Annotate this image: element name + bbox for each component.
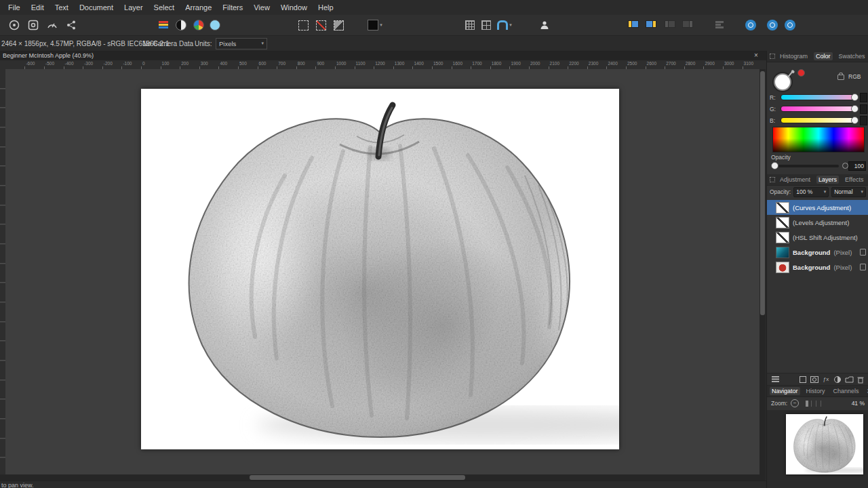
- layer-row[interactable]: (Levels Adjustment): [767, 215, 868, 230]
- channel-value-box[interactable]: [860, 104, 867, 114]
- add-mask-icon[interactable]: [810, 375, 819, 384]
- layer-thumbnail[interactable]: [776, 232, 789, 243]
- channel-slider[interactable]: [781, 117, 857, 123]
- layer-thumbnail[interactable]: [776, 262, 789, 273]
- tab-32p[interactable]: 32P: [865, 387, 868, 395]
- tab-adjustment[interactable]: Adjustment: [778, 176, 812, 184]
- tab-histogram[interactable]: Histogram: [778, 52, 810, 60]
- fill-swatch[interactable]: ▾: [365, 18, 385, 33]
- zoom-slider[interactable]: [802, 401, 821, 407]
- menu-file[interactable]: File: [3, 1, 26, 14]
- layer-row[interactable]: Background(Pixel): [767, 260, 868, 274]
- document-canvas[interactable]: [141, 89, 619, 449]
- show-guides-icon[interactable]: [479, 18, 494, 33]
- channel-value-box[interactable]: [860, 93, 867, 102]
- layer-lock-icon[interactable]: [860, 249, 866, 256]
- blend-mode-dropdown[interactable]: Normal ▾: [831, 187, 866, 197]
- auto-white-balance-icon[interactable]: [208, 18, 222, 33]
- layer-row[interactable]: (HSL Shift Adjustment): [767, 230, 868, 245]
- opacity-value[interactable]: 100: [848, 161, 866, 171]
- layer-row[interactable]: Background(Pixel): [767, 245, 868, 260]
- horizontal-scroll-thumb[interactable]: [250, 475, 465, 480]
- deselect-icon[interactable]: [313, 18, 328, 33]
- background-color-well[interactable]: [797, 69, 805, 77]
- menu-document[interactable]: Document: [74, 1, 119, 14]
- menu-filters[interactable]: Filters: [217, 1, 248, 14]
- units-select[interactable]: Pixels ▾: [216, 38, 267, 49]
- document-tab[interactable]: Beginner McIntosh Apple (40.9%): [3, 52, 94, 59]
- vertical-scrollbar[interactable]: [760, 69, 766, 474]
- menu-layer[interactable]: Layer: [119, 1, 149, 14]
- channel-value-box[interactable]: [860, 116, 867, 125]
- auto-contrast-icon[interactable]: [174, 18, 189, 33]
- alignment-icon[interactable]: [712, 18, 727, 33]
- navigator-preview[interactable]: [767, 410, 868, 488]
- auto-levels-icon[interactable]: [156, 18, 171, 33]
- vertical-scroll-thumb[interactable]: [760, 71, 765, 315]
- invert-selection-icon[interactable]: [331, 18, 346, 33]
- channel-slider-knob[interactable]: [851, 94, 859, 101]
- tab-history[interactable]: History: [804, 387, 827, 395]
- menu-edit[interactable]: Edit: [26, 1, 50, 14]
- persona-liquify-icon[interactable]: [26, 18, 41, 33]
- horizontal-scrollbar[interactable]: [0, 474, 766, 481]
- move-to-back-icon[interactable]: [643, 18, 658, 33]
- panel-options-icon[interactable]: [770, 177, 775, 182]
- zoom-out-icon[interactable]: −: [791, 399, 799, 407]
- channel-slider-knob[interactable]: [851, 105, 859, 113]
- layer-thumbnail[interactable]: [776, 247, 789, 258]
- assistant-manager-icon[interactable]: [537, 18, 552, 33]
- move-to-front-icon[interactable]: [625, 18, 640, 33]
- channel-slider[interactable]: [781, 94, 857, 100]
- tab-navigator[interactable]: Navigator: [770, 387, 800, 395]
- channel-slider[interactable]: [781, 106, 857, 112]
- move-backward-icon[interactable]: [679, 18, 694, 33]
- opacity-track[interactable]: [774, 165, 839, 167]
- layer-opacity-dropdown[interactable]: 100 % ▾: [793, 187, 829, 197]
- menu-arrange[interactable]: Arrange: [180, 1, 217, 14]
- menu-select[interactable]: Select: [149, 1, 180, 14]
- tab-swatches[interactable]: Swatches: [837, 52, 867, 60]
- menu-help[interactable]: Help: [313, 1, 339, 14]
- tab-layers[interactable]: Layers: [816, 176, 839, 184]
- persona-develop-icon[interactable]: [45, 18, 60, 33]
- channel-slider-knob[interactable]: [851, 117, 859, 124]
- selection-marquee-icon[interactable]: [296, 18, 311, 33]
- layer-lock-icon[interactable]: [860, 264, 866, 270]
- menu-window[interactable]: Window: [275, 1, 313, 14]
- delete-layer-icon[interactable]: [856, 375, 865, 384]
- color-opacity-slider[interactable]: 100: [771, 161, 866, 169]
- navigator-thumbnail[interactable]: [786, 414, 863, 474]
- color-mode-label[interactable]: RGB: [848, 73, 861, 80]
- persona-export-icon[interactable]: [64, 18, 79, 33]
- zoom-to-fit-icon[interactable]: [743, 18, 758, 33]
- zoom-100-icon[interactable]: [765, 18, 780, 33]
- menu-view[interactable]: View: [248, 1, 275, 14]
- canvas-viewport[interactable]: [5, 69, 760, 474]
- blend-options-icon[interactable]: [770, 375, 780, 384]
- layer-thumbnail[interactable]: [776, 202, 789, 214]
- add-pixel-layer-icon[interactable]: [798, 375, 808, 384]
- tab-color[interactable]: Color: [814, 52, 833, 60]
- zoom-slider-thumb[interactable]: [806, 401, 808, 407]
- layer-thumbnail[interactable]: [776, 217, 789, 228]
- auto-colors-icon[interactable]: [191, 18, 206, 33]
- lock-icon[interactable]: [837, 75, 844, 80]
- persona-photo-icon[interactable]: [7, 18, 22, 33]
- show-grid-icon[interactable]: [462, 18, 477, 33]
- zoom-tool-icon[interactable]: [783, 18, 797, 33]
- add-adjustment-icon[interactable]: [833, 375, 842, 384]
- add-group-icon[interactable]: [844, 375, 854, 384]
- layer-row[interactable]: (Curves Adjustment): [767, 200, 868, 215]
- menu-text[interactable]: Text: [50, 1, 74, 14]
- live-filter-icon[interactable]: ƒx: [821, 375, 831, 384]
- panel-options-icon[interactable]: [770, 54, 775, 59]
- tab-effects[interactable]: Effects: [843, 176, 865, 184]
- close-icon[interactable]: ×: [754, 52, 758, 59]
- opacity-knob[interactable]: [771, 162, 778, 169]
- tab-channels[interactable]: Channels: [831, 387, 861, 395]
- snapping-magnet-icon[interactable]: ▾: [495, 18, 514, 33]
- color-spectrum-box[interactable]: [772, 127, 865, 152]
- move-forward-icon[interactable]: [662, 18, 677, 33]
- no-color-icon[interactable]: [842, 163, 848, 169]
